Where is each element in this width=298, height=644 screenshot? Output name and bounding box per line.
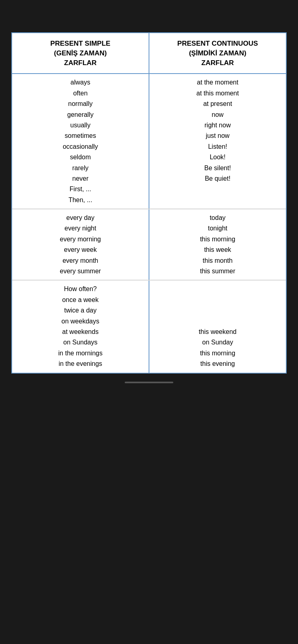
header-present-continuous: PRESENT CONTINUOUS (ŞİMDİKİ ZAMAN) ZARFL…	[149, 33, 286, 73]
section-3-left: How often? once a week twice a day on we…	[12, 281, 149, 372]
section-1-left: always often normally generally usually …	[12, 74, 149, 209]
bottom-navigation-bar	[125, 382, 173, 383]
section-2-left: every day every night every morning ever…	[12, 209, 149, 280]
section-2-right: today tonight this morning this week thi…	[149, 209, 286, 280]
section-3-row: How often? once a week twice a day on we…	[12, 280, 286, 372]
section-3-right: this weekend on Sunday this morning this…	[149, 281, 286, 372]
header-present-simple: PRESENT SIMPLE (GENİŞ ZAMAN) ZARFLAR	[12, 33, 149, 73]
comparison-table: PRESENT SIMPLE (GENİŞ ZAMAN) ZARFLAR PRE…	[11, 32, 287, 374]
table-header: PRESENT SIMPLE (GENİŞ ZAMAN) ZARFLAR PRE…	[12, 33, 286, 74]
section-2-row: every day every night every morning ever…	[12, 209, 286, 280]
section-1-row: always often normally generally usually …	[12, 74, 286, 209]
section-1-right: at the moment at this moment at present …	[149, 74, 286, 209]
